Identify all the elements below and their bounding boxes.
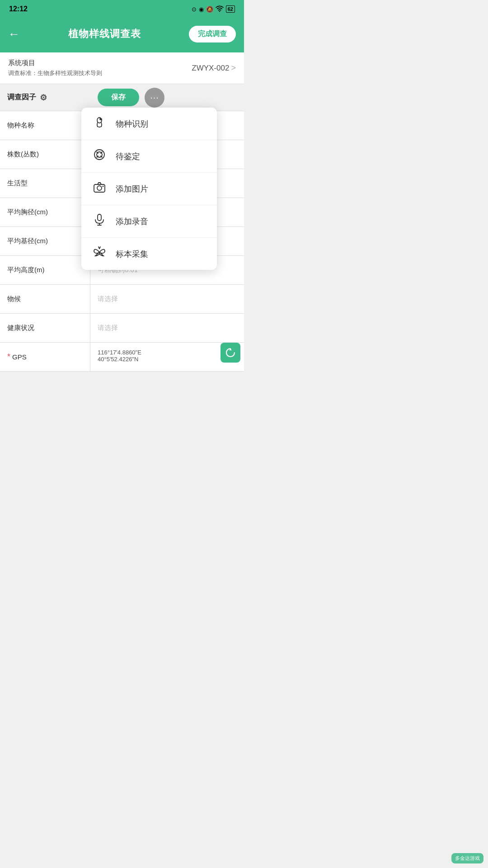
page-title: 植物样线调查表 [68, 27, 141, 41]
save-button[interactable]: 保存 [98, 89, 139, 106]
svg-point-3 [94, 150, 104, 160]
svg-rect-8 [98, 214, 101, 221]
table-header-row: 调查因子 ⚙ 保存 ··· [0, 84, 244, 111]
more-button[interactable]: ··· [145, 88, 164, 108]
menu-item-add-audio-label: 添加录音 [116, 216, 148, 227]
table-row: * GPS 116°17'4.8860"E 40°5'52.4226"N [0, 343, 244, 372]
table-header-text: 调查因子 [7, 93, 36, 102]
status-icons: ⊙ ◉ 🔕 62 [192, 5, 235, 13]
row-label-avg-basal: 平均基径(cm) [0, 227, 90, 255]
menu-item-species-id-label: 物种识别 [116, 118, 148, 129]
butterfly-icon [92, 246, 107, 262]
flamingo-icon [92, 116, 107, 132]
timer-icon: ⊙ [192, 6, 197, 13]
menu-item-add-audio[interactable]: 添加录音 [81, 205, 217, 238]
project-standard: 调查标准：生物多样性观测技术导则 [8, 69, 102, 77]
mute-icon: 🔕 [206, 6, 213, 13]
menu-item-add-photo-label: 添加图片 [116, 184, 148, 194]
required-star: * [7, 352, 10, 362]
row-label-gps: * GPS [0, 343, 90, 371]
menu-item-specimen-label: 标本采集 [116, 249, 148, 259]
row-label-phenology: 物候 [0, 285, 90, 313]
camera-icon [92, 181, 107, 197]
battery-icon: 62 [226, 5, 235, 13]
project-code-link[interactable]: ZWYX-002 > [192, 63, 236, 73]
row-label-count: 株数(丛数) [0, 140, 90, 169]
survey-table: 调查因子 ⚙ 保存 ··· [0, 84, 244, 372]
menu-item-specimen[interactable]: 标本采集 [81, 238, 217, 270]
row-value-phenology[interactable]: 请选择 [90, 285, 244, 313]
microphone-icon [92, 213, 107, 229]
gear-icon[interactable]: ⚙ [40, 93, 47, 103]
svg-line-12 [99, 247, 100, 249]
project-code: ZWYX-002 [192, 64, 229, 73]
project-info: 系统项目 调查标准：生物多样性观测技术导则 ZWYX-002 > [0, 52, 244, 84]
menu-item-pending[interactable]: 待鉴定 [81, 140, 217, 173]
row-label-life-form: 生活型 [0, 169, 90, 198]
row-value-health[interactable]: 请选择 [90, 314, 244, 342]
svg-point-0 [219, 10, 220, 11]
row-label-avg-height: 平均高度(m) [0, 256, 90, 284]
svg-point-7 [103, 186, 104, 187]
row-label-avg-dbh: 平均胸径(cm) [0, 198, 90, 226]
svg-point-6 [97, 186, 102, 190]
table-header-actions: 保存 ··· [90, 88, 164, 108]
complete-survey-button[interactable]: 完成调查 [189, 26, 236, 42]
row-label-health: 健康状况 [0, 314, 90, 342]
dropdown-menu: 物种识别 待鉴定 [81, 108, 217, 270]
menu-item-add-photo[interactable]: 添加图片 [81, 173, 217, 205]
table-row: 健康状况 请选择 [0, 314, 244, 343]
project-details: 系统项目 调查标准：生物多样性观测技术导则 [8, 59, 102, 77]
project-name: 系统项目 [8, 59, 102, 67]
table-row: 物候 请选择 [0, 285, 244, 314]
project-arrow-icon: > [231, 63, 236, 73]
back-button[interactable]: ← [8, 27, 20, 41]
status-bar: 12:12 ⊙ ◉ 🔕 62 [0, 0, 244, 18]
app-header: ← 植物样线调查表 完成调查 [0, 18, 244, 52]
table-header-label: 调查因子 ⚙ [0, 93, 90, 103]
location-icon: ◉ [199, 6, 204, 13]
status-time: 12:12 [9, 5, 28, 13]
row-value-gps[interactable]: 116°17'4.8860"E 40°5'52.4226"N [90, 343, 221, 371]
wifi-icon [216, 5, 224, 13]
gps-refresh-button[interactable] [221, 343, 240, 363]
row-label-species: 物种名称 [0, 111, 90, 140]
menu-item-species-id[interactable]: 物种识别 [81, 108, 217, 140]
pending-icon [92, 148, 107, 164]
menu-item-pending-label: 待鉴定 [116, 151, 140, 162]
